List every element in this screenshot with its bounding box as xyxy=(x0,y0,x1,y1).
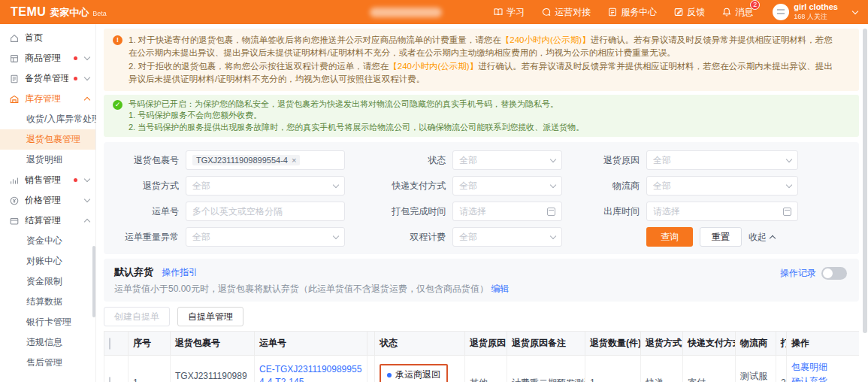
chevron-down-icon xyxy=(333,182,339,188)
remove-tag-icon[interactable]: × xyxy=(292,156,296,165)
search-button[interactable]: 查询 xyxy=(646,227,693,247)
edit-link[interactable]: 编辑 xyxy=(491,283,509,294)
chevron-down-icon xyxy=(550,156,556,162)
sidebar-item-violations[interactable]: 违规信息 xyxy=(0,332,95,353)
pack-time-picker[interactable]: 请选择 xyxy=(452,202,562,221)
nav-feedback[interactable]: 反馈 xyxy=(673,6,705,19)
table-row: 1 TGXJ23111909899554-4 CE-TGXJ2311190989… xyxy=(104,356,860,382)
status-select[interactable]: 全部 xyxy=(452,150,562,170)
filter-round-trip: 双程计费 全部 xyxy=(358,227,578,247)
operation-guide-link[interactable]: 操作指引 xyxy=(162,267,198,277)
operation-record-label[interactable]: 操作记录 xyxy=(780,267,816,280)
redacted-text xyxy=(370,8,442,17)
sidebar-item-pricing[interactable]: 价格管理 xyxy=(0,190,95,211)
package-detail-link[interactable]: 包裹明细 xyxy=(791,360,854,374)
public-period-link[interactable]: 【240小时内(公示期)】 xyxy=(501,35,591,44)
select-all-checkbox[interactable] xyxy=(109,338,110,350)
status-dot xyxy=(387,373,392,377)
row-checkbox[interactable] xyxy=(109,377,110,382)
chevron-down-icon xyxy=(550,182,556,188)
nav-messages[interactable]: 消息 2 xyxy=(721,6,753,19)
tracking-no-link[interactable]: CE-TGXJ23111909899554-4-T2-145 xyxy=(259,363,362,382)
sidebar-item-return-packages[interactable]: 退货包裹管理 xyxy=(0,129,95,150)
sidebar-scrollbar[interactable] xyxy=(92,246,95,317)
sidebar-item-settlement-data[interactable]: 结算数据 xyxy=(0,292,95,312)
weight-abnormal-select[interactable]: 全部 xyxy=(186,227,345,247)
filter-tracking-no: 运单号 xyxy=(110,202,358,221)
sidebar-item-bank-cards[interactable]: 银行卡管理 xyxy=(0,312,95,332)
sidebar: 首页 商品管理 备货单管理 库存管理 收货/入库异常处理 退货包裹管理 退货明细 xyxy=(0,24,96,382)
return-method-select[interactable]: 全部 xyxy=(186,176,345,196)
check-icon: ✓ xyxy=(113,100,122,110)
chart-icon xyxy=(9,175,20,186)
confirm-discard-link[interactable]: 确认弃货 xyxy=(791,374,854,382)
table-toolbar: 创建自提单 自提单管理 xyxy=(104,307,859,326)
default-discard-panel: 默认弃货 操作指引 运单货值小于50.00元时，退货包裹将默认弃货（此运单货值不… xyxy=(104,259,859,302)
app-root: TEMU 卖家中心 Beta 学习 运营对接 服务中心 反馈 消息 2 xyxy=(0,0,868,382)
feedback-icon xyxy=(673,7,684,17)
manage-pickup-button[interactable]: 自提单管理 xyxy=(177,307,243,326)
col-clipped: 打 xyxy=(776,332,787,356)
discard-description: 运单货值小于50.00元时，退货包裹将默认弃货（此运单货值不含退货运费，仅包含商… xyxy=(114,283,848,296)
brand-product: 卖家中心 xyxy=(50,6,89,20)
tracking-no-text-input[interactable] xyxy=(192,206,338,217)
sidebar-item-settlement[interactable]: 结算管理 xyxy=(0,211,95,231)
pay-method-select[interactable]: 全部 xyxy=(452,176,562,196)
beta-badge: Beta xyxy=(92,10,107,17)
public-period-link[interactable]: 【240小时内(公示期)】 xyxy=(389,62,478,71)
sidebar-item-after-sales[interactable]: 售后管理 xyxy=(0,353,95,373)
package-no-input[interactable]: TGXJ23111909899554-4× xyxy=(186,150,345,170)
discard-title: 默认弃货 xyxy=(114,266,153,277)
sidebar-item-inventory[interactable]: 库存管理 xyxy=(0,89,95,109)
account-menu[interactable]: girl clothes 168 人关注 xyxy=(773,2,838,22)
price-icon xyxy=(9,196,20,206)
vertical-scrollbar[interactable] xyxy=(863,29,867,374)
col-quantity: 退货数量(件) xyxy=(585,332,641,356)
calendar-icon xyxy=(547,208,555,216)
col-tracking-no: 运单号 xyxy=(255,332,367,356)
cell-status: 承运商退回 请尽快处理 xyxy=(375,356,465,382)
chevron-up-icon xyxy=(84,219,90,225)
bell-icon xyxy=(721,7,732,17)
table-header-row: 序号 退货包裹号 运单号 状态 退货原因 退货原因备注 退货数量(件) 退货方式… xyxy=(104,332,860,356)
create-pickup-button[interactable]: 创建自提单 xyxy=(104,307,170,326)
sidebar-item-fund-limits[interactable]: 资金限制 xyxy=(0,271,95,292)
message-count-badge: 2 xyxy=(750,0,760,10)
warehouse-icon xyxy=(9,94,20,105)
sidebar-item-home[interactable]: 首页 xyxy=(0,28,95,48)
calendar-icon xyxy=(783,208,791,216)
col-method: 退货方式 xyxy=(641,332,683,356)
filter-return-method: 退货方式 全部 xyxy=(110,176,358,196)
out-time-picker[interactable]: 请选择 xyxy=(646,202,798,221)
return-packages-table: 序号 退货包裹号 运单号 状态 退货原因 退货原因备注 退货数量(件) 退货方式… xyxy=(104,331,859,382)
reason-select[interactable]: 全部 xyxy=(646,150,798,170)
collapse-toggle[interactable]: 收起 xyxy=(749,231,775,244)
cell-index: 1 xyxy=(129,356,171,382)
sidebar-item-return-details[interactable]: 退货明细 xyxy=(0,150,95,170)
notice-line: 1. 号码保护服务不会向您额外收费。 xyxy=(129,110,584,121)
sidebar-item-products[interactable]: 商品管理 xyxy=(0,48,95,68)
nav-operations[interactable]: 运营对接 xyxy=(541,6,591,19)
nav-learn[interactable]: 学习 xyxy=(493,6,525,19)
cell-tracking: CE-TGXJ23111909899554-4-T2-145 计费重量：2.2k… xyxy=(255,356,367,382)
tracking-no-input[interactable] xyxy=(186,202,345,221)
reset-button[interactable]: 重置 xyxy=(700,227,742,247)
brand[interactable]: TEMU 卖家中心 Beta xyxy=(11,5,107,20)
warning-icon: ! xyxy=(113,35,122,45)
privacy-notice-banner: ✓ 号码保护已开启：为保护您的隐私安全，退货包裹若为快递发出将对物流公司隐藏您的… xyxy=(104,95,859,137)
sidebar-item-reconciliation[interactable]: 对账中心 xyxy=(0,251,95,271)
cell-package-no: TGXJ23111909899554-4 xyxy=(171,356,255,382)
operation-record-toggle[interactable] xyxy=(821,267,847,280)
filter-tag: TGXJ23111909899554-4× xyxy=(192,155,300,165)
logistics-select[interactable]: 全部 xyxy=(646,176,798,196)
nav-service-center[interactable]: 服务中心 xyxy=(607,6,657,19)
sidebar-item-stock-orders[interactable]: 备货单管理 xyxy=(0,68,95,89)
round-trip-select[interactable]: 全部 xyxy=(452,227,562,247)
sidebar-item-receiving-exceptions[interactable]: 收货/入库异常处理 xyxy=(0,109,95,129)
vertical-scrollbar-thumb[interactable] xyxy=(863,29,867,333)
sidebar-item-funds-center[interactable]: 资金中心 xyxy=(0,231,95,251)
chevron-down-icon[interactable] xyxy=(852,8,858,14)
sidebar-item-sales[interactable]: 销售管理 xyxy=(0,170,95,190)
package-no-text-input[interactable] xyxy=(303,155,338,165)
notification-dot xyxy=(74,56,77,60)
